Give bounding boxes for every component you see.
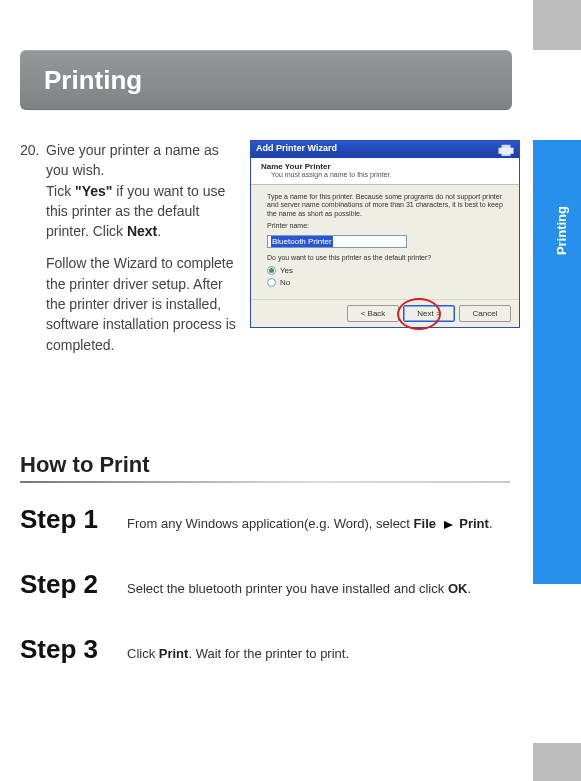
step-2: Step 2 Select the bluetooth printer you … [20,569,515,600]
wizard-head-title: Name Your Printer [261,162,511,171]
bottom-tab-gray [533,743,581,781]
step-1-print: Print [459,516,489,531]
step20-text-p2: Follow the Wizard to complete the printe… [46,253,240,354]
step20-text-b-pre: Tick [46,183,75,199]
wizard-header: Name Your Printer You must assign a name… [251,158,519,185]
step-3-print: Print [159,646,189,661]
top-tab-gray [533,0,581,50]
step20-text-b-end: . [157,223,161,239]
step-1-text-a: From any Windows application(e.g. Word),… [127,516,414,531]
radio-no-label: No [280,278,290,288]
default-printer-question: Do you want to use this printer as the d… [267,254,503,262]
step-2-label: Step 2 [20,569,115,600]
step-number: 20. [20,140,46,160]
step-20: 20. Give your printer a name as you wish… [20,140,240,367]
wizard-intro: Type a name for this printer. Because so… [267,193,503,218]
step20-text-a: Give your printer a name as you wish. [46,142,219,178]
step20-yes-bold: "Yes" [75,183,112,199]
steps-list: Step 1 From any Windows application(e.g.… [20,504,515,665]
step-1-end: . [489,516,493,531]
cancel-button[interactable]: Cancel [459,305,511,322]
wizard-dialog: Add Printer Wizard Name Your Printer You… [250,140,520,328]
step-3-text-a: Click [127,646,159,661]
radio-yes[interactable] [267,266,276,275]
printer-name-label: Printer name: [267,222,503,230]
step-2-text-a: Select the bluetooth printer you have in… [127,581,448,596]
step-1: Step 1 From any Windows application(e.g.… [20,504,515,535]
next-button[interactable]: Next > [403,305,455,322]
back-button[interactable]: < Back [347,305,399,322]
page-title: Printing [44,65,142,96]
step-2-ok: OK [448,581,468,596]
arrow-icon [444,521,453,529]
side-tab-label: Printing [554,206,569,255]
wizard-footer: < Back Next > Cancel [251,299,519,327]
step-1-label: Step 1 [20,504,115,535]
step-2-end: . [467,581,471,596]
title-bar: Printing [20,50,512,110]
svg-rect-1 [502,145,511,149]
wizard-titlebar: Add Printer Wizard [251,141,519,158]
radio-no[interactable] [267,278,276,287]
section-heading: How to Print [20,452,510,483]
wizard-body: Type a name for this printer. Because so… [251,185,519,297]
wizard-title: Add Printer Wizard [256,143,337,153]
printer-name-input[interactable]: Bluetooth Printer [267,235,407,248]
step-3-text-b: . Wait for the printer to print. [188,646,349,661]
svg-rect-0 [499,148,514,154]
printer-name-value: Bluetooth Printer [271,236,333,247]
step-1-file: File [414,516,436,531]
step20-next-bold: Next [127,223,157,239]
printer-icon [497,143,515,157]
step-3: Step 3 Click Print. Wait for the printer… [20,634,515,665]
wizard-head-subtitle: You must assign a name to this printer. [271,171,511,178]
radio-yes-label: Yes [280,266,293,276]
svg-rect-2 [502,153,511,156]
step-3-label: Step 3 [20,634,115,665]
